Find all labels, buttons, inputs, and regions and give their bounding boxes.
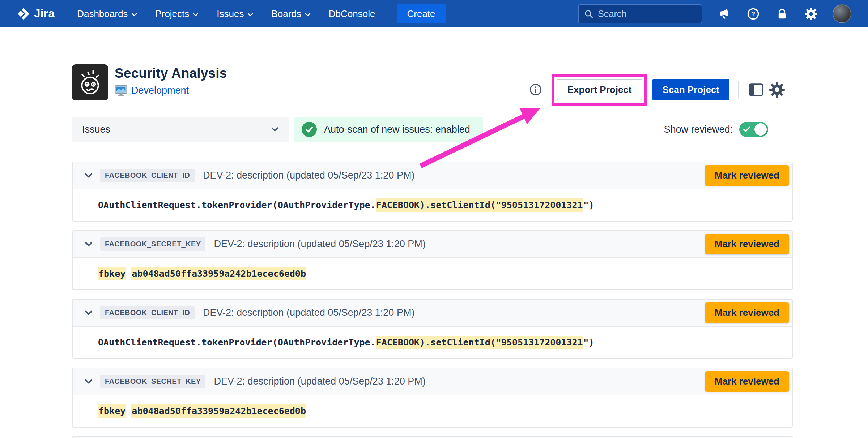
code-snippet: OAuthClientRequest.tokenProvider(OAuthPr…: [98, 337, 594, 348]
issue-card: FACEBOOK_SECRET_KEY DEV-2: description (…: [72, 368, 793, 428]
nav-issues[interactable]: Issues: [217, 8, 253, 20]
issue-code-row: OAuthClientRequest.tokenProvider(OAuthPr…: [73, 189, 792, 221]
header-actions: Export Project Scan Project: [529, 72, 786, 108]
project-category-row: Development: [115, 85, 227, 96]
issue-card: FACEBOOK_CLIENT_ID DEV-2: description (u…: [72, 299, 793, 359]
export-project-button[interactable]: Export Project: [557, 79, 643, 100]
jira-security-analysis-page: Jira Dashboards Projects Issues Boards D…: [0, 0, 868, 438]
svg-text:?: ?: [751, 10, 755, 17]
announcements-megaphone-icon[interactable]: [717, 7, 731, 21]
view-filter-value: Issues: [82, 124, 110, 135]
mark-reviewed-button[interactable]: Mark reviewed: [705, 165, 789, 186]
page-title: Security Analysis: [115, 66, 227, 81]
details-panel-icon[interactable]: [747, 81, 765, 98]
project-header: Security Analysis Development: [72, 64, 793, 100]
issue-header[interactable]: FACEBOOK_SECRET_KEY DEV-2: description (…: [73, 368, 792, 395]
collapse-chevron-icon[interactable]: [84, 171, 93, 180]
chevron-down-icon: [305, 13, 311, 17]
nav-boards-label: Boards: [271, 8, 301, 20]
filter-row: Issues Auto-scan of new issues: enabled …: [72, 117, 793, 142]
info-icon[interactable]: [529, 83, 542, 96]
mark-reviewed-button[interactable]: Mark reviewed: [705, 371, 789, 392]
next-issue-card-edge: [72, 436, 793, 438]
top-navigation: Jira Dashboards Projects Issues Boards D…: [0, 0, 868, 27]
check-circle-icon: [302, 122, 317, 137]
issue-code-row: OAuthClientRequest.tokenProvider(OAuthPr…: [73, 327, 792, 358]
autoscan-status-badge: Auto-scan of new issues: enabled: [294, 117, 483, 142]
show-reviewed-toggle[interactable]: [739, 122, 768, 137]
chevron-down-icon: [247, 13, 253, 17]
code-snippet: OAuthClientRequest.tokenProvider(OAuthPr…: [98, 200, 594, 210]
jira-logo-icon: [17, 7, 30, 21]
create-button[interactable]: Create: [397, 4, 445, 23]
main-content: Security Analysis Development: [72, 27, 793, 438]
issue-card: FACEBOOK_CLIENT_ID DEV-2: description (u…: [72, 162, 793, 222]
nav-dbconsole-label: DbConsole: [329, 8, 375, 20]
check-icon: [743, 126, 750, 133]
show-reviewed-control: Show reviewed:: [664, 122, 768, 137]
nav-projects[interactable]: Projects: [155, 8, 199, 20]
code-snippet: fbkey ab048ad50ffa33959a242b1ecec6ed0b: [98, 406, 306, 416]
project-settings-gear-icon[interactable]: [768, 81, 786, 98]
nav-dashboards-label: Dashboards: [77, 8, 128, 20]
dizzy-face-icon: [75, 67, 105, 98]
help-icon[interactable]: ?: [746, 7, 760, 21]
finding-type-badge: FACEBOOK_CLIENT_ID: [100, 169, 195, 182]
code-snippet: fbkey ab048ad50ffa33959a242b1ecec6ed0b: [98, 269, 306, 279]
mark-reviewed-button[interactable]: Mark reviewed: [705, 234, 789, 254]
collapse-chevron-icon[interactable]: [84, 308, 93, 317]
chevron-down-icon: [271, 127, 279, 132]
issue-list: FACEBOOK_CLIENT_ID DEV-2: description (u…: [72, 162, 793, 438]
chevron-down-icon: [131, 13, 137, 17]
show-reviewed-label: Show reviewed:: [664, 124, 733, 135]
finding-type-badge: FACEBOOK_SECRET_KEY: [100, 237, 205, 251]
scan-project-button[interactable]: Scan Project: [652, 79, 729, 100]
main-menu: Dashboards Projects Issues Boards DbCons…: [77, 4, 445, 23]
nav-dbconsole[interactable]: DbConsole: [329, 8, 375, 20]
issue-summary: DEV-2: description (updated 05/Sep/23 1:…: [214, 376, 425, 387]
view-filter-select[interactable]: Issues: [72, 117, 289, 142]
mark-reviewed-button[interactable]: Mark reviewed: [705, 302, 789, 323]
chevron-down-icon: [193, 13, 199, 17]
issue-summary: DEV-2: description (updated 05/Sep/23 1:…: [214, 239, 425, 250]
finding-type-badge: FACEBOOK_SECRET_KEY: [100, 375, 205, 388]
nav-dashboards[interactable]: Dashboards: [77, 8, 137, 20]
collapse-chevron-icon[interactable]: [84, 240, 93, 249]
project-category-link[interactable]: Development: [131, 85, 189, 96]
permissions-lock-icon[interactable]: [775, 7, 789, 21]
issue-summary: DEV-2: description (updated 05/Sep/23 1:…: [203, 307, 414, 318]
issue-code-row: fbkey ab048ad50ffa33959a242b1ecec6ed0b: [73, 395, 792, 427]
jira-logo-text: Jira: [34, 7, 55, 20]
vertical-divider: [738, 81, 739, 98]
issue-header[interactable]: FACEBOOK_SECRET_KEY DEV-2: description (…: [73, 231, 792, 258]
project-meta: Security Analysis Development: [115, 64, 227, 100]
search-input[interactable]: [598, 9, 697, 19]
issue-summary: DEV-2: description (updated 05/Sep/23 1:…: [203, 170, 414, 181]
nav-boards[interactable]: Boards: [271, 8, 310, 20]
issue-header[interactable]: FACEBOOK_CLIENT_ID DEV-2: description (u…: [73, 162, 792, 189]
toggle-knob: [754, 123, 767, 136]
search-box[interactable]: [578, 4, 702, 23]
collapse-chevron-icon[interactable]: [84, 377, 93, 386]
search-icon: [584, 9, 593, 19]
issue-header[interactable]: FACEBOOK_CLIENT_ID DEV-2: description (u…: [73, 300, 792, 327]
jira-logo[interactable]: Jira: [17, 7, 55, 21]
admin-gear-icon[interactable]: [804, 7, 818, 21]
project-avatar[interactable]: [72, 64, 108, 100]
annotation-highlight-box: Export Project: [552, 74, 648, 106]
issue-code-row: fbkey ab048ad50ffa33959a242b1ecec6ed0b: [73, 258, 792, 289]
nav-right-cluster: ?: [578, 4, 851, 23]
issue-card: FACEBOOK_SECRET_KEY DEV-2: description (…: [72, 230, 793, 290]
nav-projects-label: Projects: [155, 8, 189, 20]
development-monitor-icon: [115, 85, 127, 96]
nav-issues-label: Issues: [217, 8, 244, 20]
finding-type-badge: FACEBOOK_CLIENT_ID: [100, 306, 195, 319]
autoscan-status-text: Auto-scan of new issues: enabled: [324, 124, 470, 135]
user-avatar[interactable]: [833, 4, 851, 23]
